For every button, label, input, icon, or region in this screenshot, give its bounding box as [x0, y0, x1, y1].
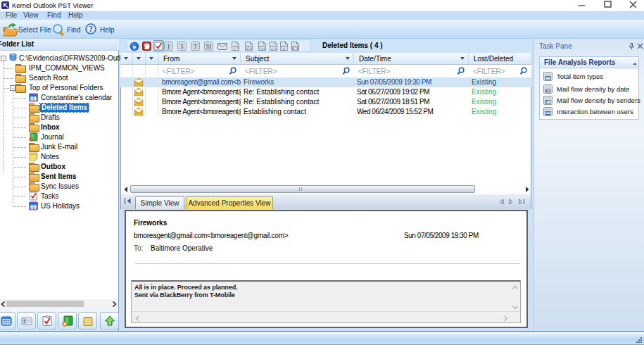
- svg-text:HTM: HTM: [281, 47, 288, 51]
- svg-text:EML: EML: [232, 47, 239, 51]
- svg-text:1: 1: [168, 44, 170, 50]
- svg-text:?: ?: [89, 25, 93, 33]
- svg-text:PDF: PDF: [270, 47, 277, 51]
- svg-text:TXT: TXT: [246, 47, 252, 51]
- svg-text:RTF: RTF: [259, 47, 265, 51]
- svg-text:7: 7: [194, 44, 197, 50]
- svg-text:M: M: [294, 47, 297, 51]
- svg-text:5: 5: [181, 44, 184, 50]
- svg-text:e: e: [133, 42, 137, 51]
- svg-text:31: 31: [206, 44, 212, 50]
